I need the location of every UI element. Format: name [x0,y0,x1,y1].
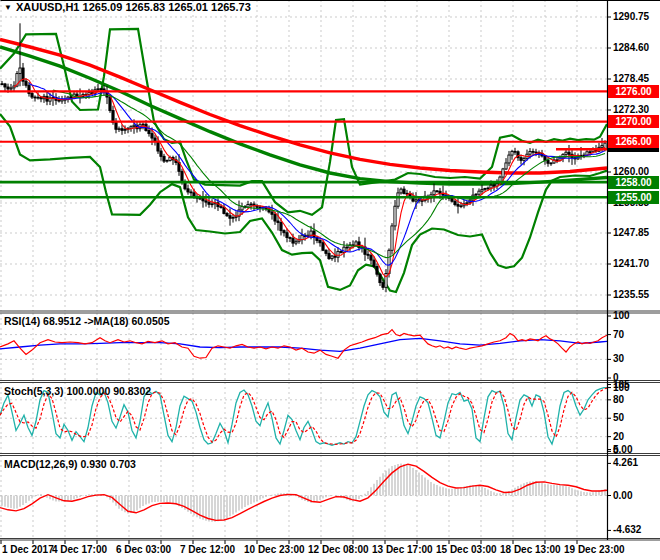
rsi-indicator-label: RSI(14) 68.9512 ->MA(18) 60.0505 [4,315,169,327]
symbol-timeframe-label: XAUUSD,H1 [16,1,80,13]
stoch-tick-label: 20 [613,431,624,442]
support-level-badge: 1258.00 [608,176,659,189]
resistance-level-badge: 1276.00 [608,85,659,98]
support-level-badge: 1255.00 [608,191,659,204]
time-tick-label: 10 Dec 23:00 [244,544,305,555]
time-tick-label: 12 Dec 08:00 [308,544,369,555]
time-tick-label: 7 Dec 12:00 [180,544,235,555]
chart-canvas [0,0,660,560]
stoch-indicator-label: Stoch(5,3,3) 100.0000 90.8302 [4,385,151,397]
symbol-dropdown-icon[interactable]: ▼ [4,3,12,12]
macd-tick-label: 0.00 [613,490,632,501]
price-tick-label: 1241.70 [613,258,649,269]
time-axis[interactable]: 1 Dec 20174 Dec 17:006 Dec 03:007 Dec 12… [0,542,660,560]
price-axis[interactable]: 1290.751284.601278.451272.301260.001253.… [608,0,660,540]
price-tick-label: 1278.45 [613,73,649,84]
price-tick-label: 1284.60 [613,42,649,53]
price-tick-label: 1247.85 [613,227,649,238]
mt4-chart-window: ▼XAUUSD,H1 1265.09 1265.83 1265.01 1265.… [0,0,660,560]
rsi-tick-label: 70 [613,329,624,340]
rsi-tick-label: 30 [613,353,624,364]
price-tick-label: 1235.55 [613,289,649,300]
price-tick-label: 1290.75 [613,11,649,22]
stoch-tick-label: 0 [613,445,619,456]
chart-title-bar: ▼XAUUSD,H1 1265.09 1265.83 1265.01 1265.… [4,1,251,13]
time-tick-label: 15 Dec 03:00 [436,544,497,555]
time-tick-label: 1 Dec 2017 [2,544,54,555]
time-tick-label: 6 Dec 03:00 [116,544,171,555]
resistance-level-badge: 1266.00 [608,135,659,148]
stoch-tick-label: 50 [613,412,624,423]
resistance-level-badge: 1270.00 [608,115,659,128]
macd-tick-label: 4.261 [613,457,638,468]
price-tick-label: 1272.30 [613,104,649,115]
macd-indicator-label: MACD(12,26,9) 0.930 0.703 [4,458,136,470]
time-tick-label: 19 Dec 23:00 [564,544,625,555]
time-tick-label: 13 Dec 17:00 [372,544,433,555]
ohlc-readout: 1265.09 1265.83 1265.01 1265.73 [83,1,251,13]
stoch-tick-label: 80 [613,394,624,405]
time-tick-label: 18 Dec 13:00 [500,544,561,555]
macd-tick-label: -4.632 [613,524,641,535]
stoch-tick-label: 100 [613,382,630,393]
rsi-tick-label: 100 [613,310,630,321]
time-tick-label: 4 Dec 17:00 [52,544,107,555]
